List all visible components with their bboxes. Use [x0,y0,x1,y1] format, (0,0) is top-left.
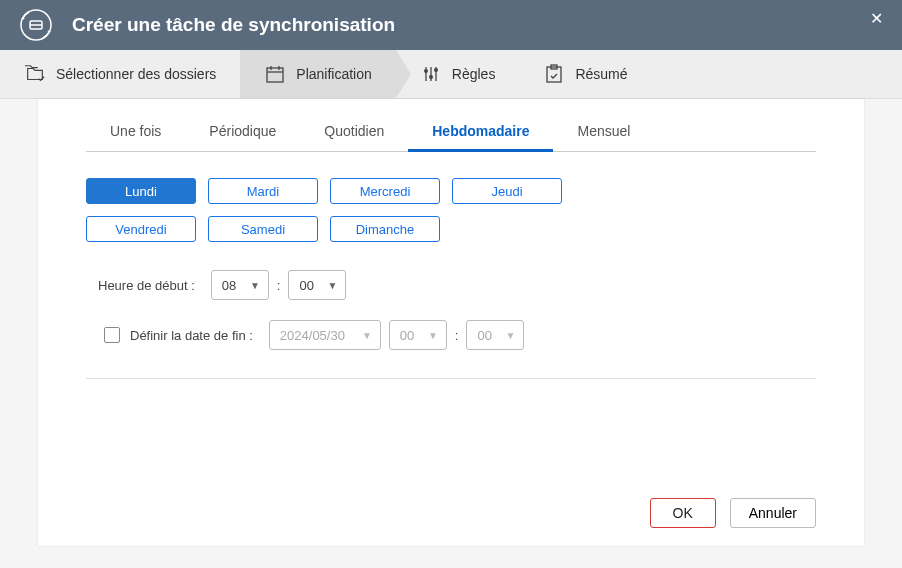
day-sunday[interactable]: Dimanche [330,216,440,242]
svg-point-11 [429,75,433,79]
svg-point-12 [434,68,438,72]
header-bar: Créer une tâche de synchronisation ✕ [0,0,902,50]
chevron-down-icon: ▼ [328,280,338,291]
end-minute-value: 00 [477,328,491,343]
end-date-row: Définir la date de fin : 2024/05/30 ▼ 00… [86,320,816,350]
end-minute-select[interactable]: 00 ▼ [466,320,524,350]
frequency-tabs: Une fois Périodique Quotidien Hebdomadai… [86,113,816,152]
end-hour-value: 00 [400,328,414,343]
tab-once[interactable]: Une fois [86,113,185,152]
wizard-step-label: Règles [452,66,496,82]
day-saturday[interactable]: Samedi [208,216,318,242]
end-date-select[interactable]: 2024/05/30 ▼ [269,320,381,350]
wizard-step-folders[interactable]: Sélectionner des dossiers [0,50,240,98]
end-date-value: 2024/05/30 [280,328,345,343]
chevron-down-icon: ▼ [506,330,516,341]
close-icon[interactable]: ✕ [866,8,886,28]
clipboard-icon [543,63,565,85]
divider [86,378,816,379]
start-time-label: Heure de début : [98,278,195,293]
wizard-step-label: Planification [296,66,372,82]
time-separator: : [277,278,281,293]
page-title: Créer une tâche de synchronisation [72,14,395,36]
sliders-icon [420,63,442,85]
time-separator: : [455,328,459,343]
wizard-step-schedule[interactable]: Planification [240,50,396,98]
day-tuesday[interactable]: Mardi [208,178,318,204]
ok-button[interactable]: OK [650,498,716,528]
chevron-down-icon: ▼ [362,330,372,341]
day-wednesday[interactable]: Mercredi [330,178,440,204]
day-monday[interactable]: Lundi [86,178,196,204]
chevron-down-icon: ▼ [250,280,260,291]
wizard-steps: Sélectionner des dossiers Planification … [0,50,902,99]
day-thursday[interactable]: Jeudi [452,178,562,204]
chevron-down-icon: ▼ [428,330,438,341]
cancel-button[interactable]: Annuler [730,498,816,528]
start-hour-select[interactable]: 08 ▼ [211,270,269,300]
dialog-footer: OK Annuler [86,498,816,528]
folders-icon [24,63,46,85]
day-friday[interactable]: Vendredi [86,216,196,242]
end-date-label: Définir la date de fin : [130,328,253,343]
start-minute-value: 00 [299,278,313,293]
wizard-step-label: Résumé [575,66,627,82]
wizard-step-rules[interactable]: Règles [396,50,520,98]
wizard-step-label: Sélectionner des dossiers [56,66,216,82]
tab-weekly[interactable]: Hebdomadaire [408,113,553,152]
sync-icon [16,5,56,45]
svg-point-10 [424,69,428,73]
tab-monthly[interactable]: Mensuel [553,113,654,152]
weekday-picker: Lundi Mardi Mercredi Jeudi Vendredi Same… [86,178,606,242]
tab-daily[interactable]: Quotidien [300,113,408,152]
schedule-panel: Une fois Périodique Quotidien Hebdomadai… [38,99,864,546]
start-time-row: Heure de début : 08 ▼ : 00 ▼ [86,270,816,300]
start-hour-value: 08 [222,278,236,293]
wizard-step-summary[interactable]: Résumé [519,50,651,98]
calendar-icon [264,63,286,85]
start-minute-select[interactable]: 00 ▼ [288,270,346,300]
end-hour-select[interactable]: 00 ▼ [389,320,447,350]
svg-rect-3 [267,68,283,82]
end-date-checkbox[interactable] [104,327,120,343]
tab-periodic[interactable]: Périodique [185,113,300,152]
